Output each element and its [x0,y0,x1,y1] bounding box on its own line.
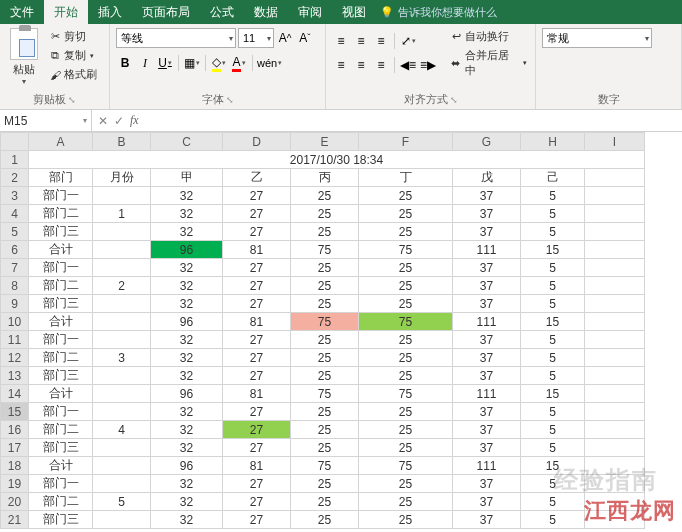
cell-B6[interactable] [93,241,151,259]
copy-button[interactable]: ⧉复制▾ [46,47,99,64]
cell-E21[interactable]: 25 [291,511,359,529]
cell-A5[interactable]: 部门三 [29,223,93,241]
cancel-formula-icon[interactable]: ✕ [98,114,108,128]
col-header-E[interactable]: E [291,133,359,151]
cell-A13[interactable]: 部门三 [29,367,93,385]
cell-I6[interactable] [585,241,645,259]
cell-B9[interactable] [93,295,151,313]
cell-I16[interactable] [585,421,645,439]
row-header-7[interactable]: 7 [1,259,29,277]
cell-B21[interactable] [93,511,151,529]
cell-D10[interactable]: 81 [223,313,291,331]
cell-E16[interactable]: 25 [291,421,359,439]
cell-I8[interactable] [585,277,645,295]
align-top-button[interactable]: ≡ [332,32,350,50]
cell-H5[interactable]: 5 [521,223,585,241]
cell-H17[interactable]: 5 [521,439,585,457]
cell-A9[interactable]: 部门三 [29,295,93,313]
cell-A19[interactable]: 部门一 [29,475,93,493]
cell-merged-header[interactable]: 2017/10/30 18:34 [29,151,645,169]
row-header-14[interactable]: 14 [1,385,29,403]
cell-F3[interactable]: 25 [359,187,453,205]
cell-D21[interactable]: 27 [223,511,291,529]
cell-I4[interactable] [585,205,645,223]
row-header-13[interactable]: 13 [1,367,29,385]
font-launcher[interactable]: ⤡ [226,95,234,105]
cell-F7[interactable]: 25 [359,259,453,277]
tab-file[interactable]: 文件 [0,0,44,25]
cell-C20[interactable]: 32 [151,493,223,511]
cell-H21[interactable]: 5 [521,511,585,529]
cell-D11[interactable]: 27 [223,331,291,349]
row-header-2[interactable]: 2 [1,169,29,187]
cell-I9[interactable] [585,295,645,313]
cell-B12[interactable]: 3 [93,349,151,367]
row-header-18[interactable]: 18 [1,457,29,475]
cell-C8[interactable]: 32 [151,277,223,295]
name-box[interactable]: M15▾ [0,110,92,131]
cell-A14[interactable]: 合计 [29,385,93,403]
cell-F6[interactable]: 75 [359,241,453,259]
cell-A8[interactable]: 部门二 [29,277,93,295]
cell-D8[interactable]: 27 [223,277,291,295]
cell-B3[interactable] [93,187,151,205]
cell-F4[interactable]: 25 [359,205,453,223]
col-header-H[interactable]: H [521,133,585,151]
cell-D12[interactable]: 27 [223,349,291,367]
cell-C15[interactable]: 32 [151,403,223,421]
cell-I13[interactable] [585,367,645,385]
cell-B7[interactable] [93,259,151,277]
cell-F17[interactable]: 25 [359,439,453,457]
cell-E10[interactable]: 75 [291,313,359,331]
cell-G12[interactable]: 37 [453,349,521,367]
cell-G7[interactable]: 37 [453,259,521,277]
cell-G20[interactable]: 37 [453,493,521,511]
col-header-D[interactable]: D [223,133,291,151]
align-center-button[interactable]: ≡ [352,56,370,74]
cell-I14[interactable] [585,385,645,403]
cell-C4[interactable]: 32 [151,205,223,223]
cell-H20[interactable]: 5 [521,493,585,511]
cell-G14[interactable]: 111 [453,385,521,403]
cell-A10[interactable]: 合计 [29,313,93,331]
row-header-3[interactable]: 3 [1,187,29,205]
cell-F5[interactable]: 25 [359,223,453,241]
cell-A21[interactable]: 部门三 [29,511,93,529]
align-left-button[interactable]: ≡ [332,56,350,74]
cell-G15[interactable]: 37 [453,403,521,421]
cell-H9[interactable]: 5 [521,295,585,313]
cell-C9[interactable]: 32 [151,295,223,313]
bold-button[interactable]: B [116,54,134,72]
row-header-10[interactable]: 10 [1,313,29,331]
font-size-combo[interactable]: 11▾ [238,28,274,48]
cell-F15[interactable]: 25 [359,403,453,421]
cell-D18[interactable]: 81 [223,457,291,475]
cell-C2[interactable]: 甲 [151,169,223,187]
cell-H19[interactable]: 5 [521,475,585,493]
cell-H11[interactable]: 5 [521,331,585,349]
cell-A17[interactable]: 部门三 [29,439,93,457]
cell-D16[interactable]: 27 [223,421,291,439]
select-all-corner[interactable] [1,133,29,151]
cell-B14[interactable] [93,385,151,403]
cell-C19[interactable]: 32 [151,475,223,493]
cell-F14[interactable]: 75 [359,385,453,403]
cell-I15[interactable] [585,403,645,421]
cell-D19[interactable]: 27 [223,475,291,493]
row-header-11[interactable]: 11 [1,331,29,349]
cell-G11[interactable]: 37 [453,331,521,349]
cell-B13[interactable] [93,367,151,385]
cell-D6[interactable]: 81 [223,241,291,259]
tab-view[interactable]: 视图 [332,0,376,25]
cell-A16[interactable]: 部门二 [29,421,93,439]
cell-F18[interactable]: 75 [359,457,453,475]
cell-B8[interactable]: 2 [93,277,151,295]
merge-center-button[interactable]: ⬌合并后居中▾ [447,47,529,79]
clipboard-launcher[interactable]: ⤡ [68,95,76,105]
cell-B15[interactable] [93,403,151,421]
cell-G21[interactable]: 37 [453,511,521,529]
row-header-9[interactable]: 9 [1,295,29,313]
cell-G10[interactable]: 111 [453,313,521,331]
cell-C18[interactable]: 96 [151,457,223,475]
cell-H3[interactable]: 5 [521,187,585,205]
